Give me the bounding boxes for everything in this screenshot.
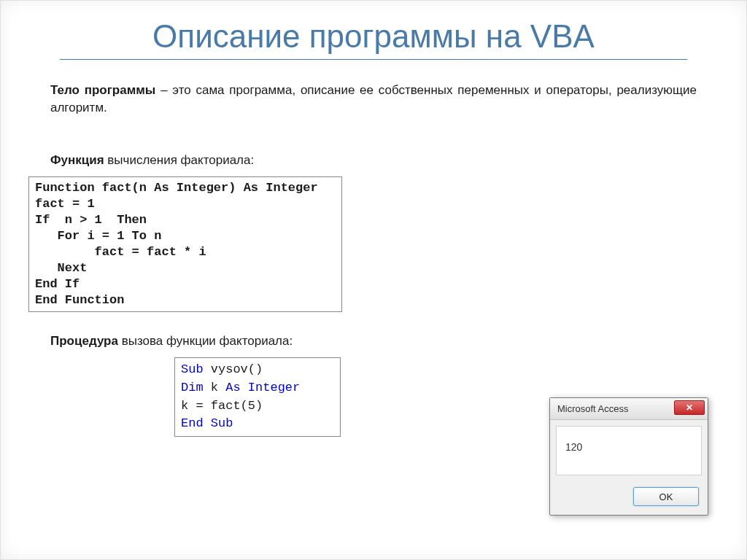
- dialog-value: 120: [565, 441, 582, 453]
- subtitle-function: Функция вычисления факториала:: [1, 117, 746, 176]
- subtitle2-rest: вызова функции факториала:: [118, 334, 293, 348]
- dialog-title: Microsoft Access: [557, 403, 629, 414]
- close-button[interactable]: ✕: [674, 400, 705, 415]
- ok-button[interactable]: OK: [633, 487, 699, 506]
- description-bold: Тело программы: [50, 83, 155, 97]
- subtitle2-bold: Процедура: [50, 334, 118, 348]
- subtitle1-bold: Функция: [50, 153, 104, 167]
- slide-title: Описание программы на VBA: [1, 1, 746, 59]
- message-box-dialog: Microsoft Access ✕ 120 OK: [549, 397, 708, 516]
- description-paragraph: Тело программы – это сама программа, опи…: [1, 60, 746, 117]
- slide-container: Описание программы на VBA Тело программы…: [0, 0, 747, 560]
- close-icon: ✕: [686, 402, 693, 413]
- code-block-function: Function fact(n As Integer) As Integer f…: [28, 176, 342, 313]
- subtitle-procedure: Процедура вызова функции факториала:: [1, 312, 746, 357]
- dialog-titlebar[interactable]: Microsoft Access ✕: [550, 398, 708, 420]
- code-block-procedure: Sub vysov() Dim k As Integer k = fact(5)…: [174, 357, 341, 437]
- dialog-footer: OK: [550, 481, 708, 515]
- subtitle1-rest: вычисления факториала:: [104, 153, 255, 167]
- dialog-body: 120: [556, 426, 702, 475]
